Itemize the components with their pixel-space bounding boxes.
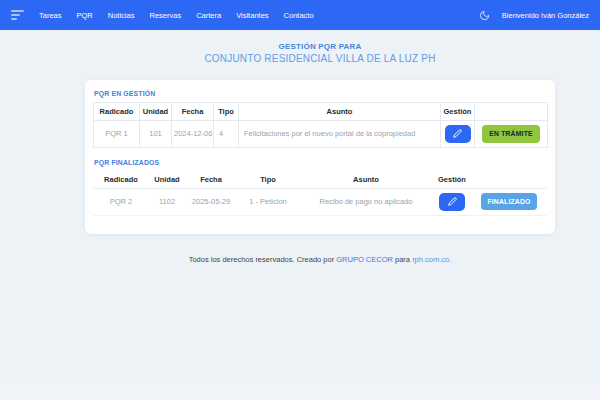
cell-gestion <box>441 120 475 147</box>
col-header-unidad: Unidad <box>140 102 172 120</box>
cell-fecha: 2024-12-06 <box>172 120 214 147</box>
cell-radicado: PQR 2 <box>93 188 149 215</box>
section-label-en-gestion: PQR EN GESTIÓN <box>94 90 547 97</box>
col-header-asunto: Asunto <box>299 171 433 189</box>
main-content: GESTIÓN PQR PARA CONJUNTO RESIDENCIAL VI… <box>85 42 555 264</box>
cell-unidad: 101 <box>140 120 172 147</box>
cell-tipo: 1 - Peticion <box>237 188 299 215</box>
menu-icon[interactable] <box>11 10 25 20</box>
rph-link[interactable]: rph.com.co. <box>412 255 451 264</box>
edit-button[interactable] <box>445 125 471 143</box>
cell-status: EN TRÁMITE <box>475 120 548 147</box>
pqr-card: PQR EN GESTIÓN Radicado Unidad Fecha Tip… <box>85 80 555 234</box>
table-row: PQR 2 1102 2025-05-29 1 - Peticion Recib… <box>93 188 547 215</box>
pqr-en-gestion-table: Radicado Unidad Fecha Tipo Asunto Gestió… <box>93 102 548 148</box>
edit-button[interactable] <box>439 193 465 211</box>
nav-link-pqr[interactable]: PQR <box>77 11 93 20</box>
moon-icon[interactable] <box>479 10 490 21</box>
nav-links: Tareas PQR Noticias Reservas Cartera Vis… <box>39 11 329 20</box>
col-header-fecha: Fecha <box>172 102 214 120</box>
nav-link-cartera[interactable]: Cartera <box>196 11 221 20</box>
col-header-tipo: Tipo <box>214 102 239 120</box>
table-header-row: Radicado Unidad Fecha Tipo Asunto Gestió… <box>93 171 547 189</box>
col-header-asunto: Asunto <box>239 102 441 120</box>
table-row: PQR 1 101 2024-12-06 4 Felicitaciones po… <box>94 120 548 147</box>
cell-radicado: PQR 1 <box>94 120 140 147</box>
grupo-cecor-link[interactable]: GRUPO CECOR <box>336 255 393 264</box>
bottom-band <box>0 384 600 400</box>
col-header-gestion: Gestión <box>441 102 475 120</box>
col-header-fecha: Fecha <box>185 171 237 189</box>
page-header: GESTIÓN PQR PARA CONJUNTO RESIDENCIAL VI… <box>85 42 555 66</box>
pqr-finalizados-table: Radicado Unidad Fecha Tipo Asunto Gestió… <box>93 171 547 216</box>
nav-link-noticias[interactable]: Noticias <box>108 11 135 20</box>
cell-asunto: Recibo de pago no aplicado <box>299 188 433 215</box>
welcome-text: Bienvenido Iván González <box>502 11 589 20</box>
page-subtitle: CONJUNTO RESIDENCIAL VILLA DE LA LUZ PH <box>85 53 555 66</box>
page-title: GESTIÓN PQR PARA <box>85 42 555 52</box>
table-header-row: Radicado Unidad Fecha Tipo Asunto Gestió… <box>94 102 548 120</box>
cell-tipo: 4 <box>214 120 239 147</box>
cell-status: FINALIZADO <box>471 188 547 215</box>
cell-unidad: 1102 <box>149 188 185 215</box>
col-header-radicado: Radicado <box>93 171 149 189</box>
cell-fecha: 2025-05-29 <box>185 188 237 215</box>
col-header-radicado: Radicado <box>94 102 140 120</box>
cell-gestion <box>433 188 471 215</box>
section-label-finalizados: PQR FINALIZADOS <box>94 159 547 166</box>
footer-text-before: Todos los derechos reservados. Creado po… <box>189 255 337 264</box>
footer: Todos los derechos reservados. Creado po… <box>85 255 555 264</box>
cell-asunto: Felicitaciones por el nuevo portal de la… <box>239 120 441 147</box>
col-header-gestion: Gestión <box>433 171 471 189</box>
nav-link-visitantes[interactable]: Visitantes <box>236 11 268 20</box>
col-header-status <box>471 171 547 189</box>
nav-link-tareas[interactable]: Tareas <box>39 11 62 20</box>
status-badge-finalizado: FINALIZADO <box>481 193 536 210</box>
footer-text-middle: para <box>393 255 412 264</box>
col-header-status <box>475 102 548 120</box>
nav-link-reservas[interactable]: Reservas <box>149 11 181 20</box>
status-badge-en-tramite: EN TRÁMITE <box>482 125 540 143</box>
nav-link-contacto[interactable]: Contacto <box>284 11 314 20</box>
pencil-icon <box>453 129 462 138</box>
navbar: Tareas PQR Noticias Reservas Cartera Vis… <box>0 0 600 30</box>
col-header-unidad: Unidad <box>149 171 185 189</box>
col-header-tipo: Tipo <box>237 171 299 189</box>
pencil-icon <box>448 197 457 206</box>
